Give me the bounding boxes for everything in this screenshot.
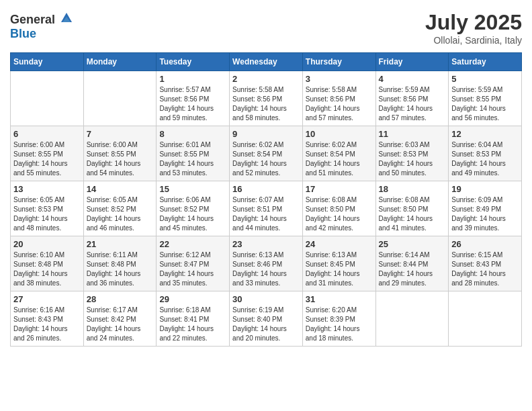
day-info: Sunrise: 6:12 AMSunset: 8:47 PMDaylight:…: [159, 250, 226, 288]
sunrise-text: Sunrise: 6:17 AM: [87, 306, 154, 315]
daylight-text: Daylight: 14 hours and 57 minutes.: [379, 104, 446, 123]
day-info: Sunrise: 6:05 AMSunset: 8:52 PMDaylight:…: [87, 195, 154, 233]
day-info: Sunrise: 5:59 AMSunset: 8:56 PMDaylight:…: [379, 85, 446, 123]
daylight-text: Daylight: 14 hours and 18 minutes.: [306, 324, 373, 343]
sunset-text: Sunset: 8:42 PM: [87, 315, 154, 324]
day-cell: 31Sunrise: 6:20 AMSunset: 8:39 PMDayligh…: [302, 291, 375, 347]
day-cell: 26Sunrise: 6:15 AMSunset: 8:43 PMDayligh…: [449, 236, 522, 291]
day-number: 3: [306, 74, 373, 84]
day-number: 27: [13, 294, 81, 304]
day-number: 4: [379, 74, 446, 84]
day-info: Sunrise: 6:16 AMSunset: 8:43 PMDaylight:…: [13, 306, 81, 343]
location: Ollolai, Sardinia, Italy: [425, 35, 522, 46]
daylight-text: Daylight: 14 hours and 55 minutes.: [13, 159, 81, 178]
daylight-text: Daylight: 14 hours and 22 minutes.: [159, 324, 226, 343]
logo-blue: Blue: [10, 27, 36, 40]
day-cell: 18Sunrise: 6:08 AMSunset: 8:50 PMDayligh…: [375, 181, 449, 236]
sunset-text: Sunset: 8:39 PM: [306, 315, 373, 324]
day-cell: [11, 71, 84, 126]
day-info: Sunrise: 5:58 AMSunset: 8:56 PMDaylight:…: [306, 85, 373, 123]
day-info: Sunrise: 5:59 AMSunset: 8:55 PMDaylight:…: [451, 85, 519, 123]
col-header-sunday: Sunday: [11, 53, 84, 71]
day-info: Sunrise: 5:58 AMSunset: 8:56 PMDaylight:…: [232, 85, 300, 123]
day-number: 25: [379, 239, 446, 249]
sunrise-text: Sunrise: 6:05 AM: [13, 195, 81, 205]
day-cell: 3Sunrise: 5:58 AMSunset: 8:56 PMDaylight…: [302, 71, 375, 126]
col-header-tuesday: Tuesday: [157, 53, 230, 71]
day-info: Sunrise: 6:10 AMSunset: 8:48 PMDaylight:…: [13, 250, 81, 288]
day-info: Sunrise: 6:08 AMSunset: 8:50 PMDaylight:…: [379, 195, 446, 233]
day-cell: 5Sunrise: 5:59 AMSunset: 8:55 PMDaylight…: [449, 71, 522, 126]
sunrise-text: Sunrise: 6:08 AM: [306, 195, 373, 205]
sunrise-text: Sunrise: 6:02 AM: [306, 140, 373, 150]
daylight-text: Daylight: 14 hours and 48 minutes.: [13, 214, 81, 233]
sunset-text: Sunset: 8:45 PM: [306, 260, 373, 269]
day-info: Sunrise: 6:13 AMSunset: 8:45 PMDaylight:…: [306, 250, 373, 288]
day-info: Sunrise: 6:03 AMSunset: 8:53 PMDaylight:…: [379, 140, 446, 178]
day-cell: 19Sunrise: 6:09 AMSunset: 8:49 PMDayligh…: [449, 181, 522, 236]
sunset-text: Sunset: 8:52 PM: [159, 205, 226, 214]
day-number: 16: [232, 184, 300, 194]
day-info: Sunrise: 6:05 AMSunset: 8:53 PMDaylight:…: [13, 195, 81, 233]
logo: General Blue: [10, 10, 73, 41]
day-cell: 14Sunrise: 6:05 AMSunset: 8:52 PMDayligh…: [83, 181, 157, 236]
sunrise-text: Sunrise: 6:08 AM: [379, 195, 446, 205]
day-cell: 1Sunrise: 5:57 AMSunset: 8:56 PMDaylight…: [157, 71, 230, 126]
col-header-monday: Monday: [83, 53, 157, 71]
col-header-saturday: Saturday: [449, 53, 522, 71]
page-header: General Blue July 2025 Ollolai, Sardinia…: [10, 10, 522, 46]
day-info: Sunrise: 6:20 AMSunset: 8:39 PMDaylight:…: [306, 306, 373, 343]
sunrise-text: Sunrise: 6:20 AM: [306, 306, 373, 315]
daylight-text: Daylight: 14 hours and 59 minutes.: [159, 104, 226, 123]
sunrise-text: Sunrise: 6:05 AM: [87, 195, 154, 205]
week-row-3: 13Sunrise: 6:05 AMSunset: 8:53 PMDayligh…: [11, 181, 522, 236]
sunset-text: Sunset: 8:51 PM: [232, 205, 300, 214]
daylight-text: Daylight: 14 hours and 52 minutes.: [232, 159, 300, 178]
day-number: 14: [87, 184, 154, 194]
sunset-text: Sunset: 8:43 PM: [451, 260, 519, 269]
sunset-text: Sunset: 8:43 PM: [13, 315, 81, 324]
day-number: 12: [451, 129, 519, 139]
day-cell: 20Sunrise: 6:10 AMSunset: 8:48 PMDayligh…: [11, 236, 84, 291]
day-cell: 21Sunrise: 6:11 AMSunset: 8:48 PMDayligh…: [83, 236, 157, 291]
month-title: July 2025: [425, 10, 522, 35]
sunrise-text: Sunrise: 6:00 AM: [13, 140, 81, 150]
daylight-text: Daylight: 14 hours and 56 minutes.: [451, 104, 519, 123]
day-info: Sunrise: 6:14 AMSunset: 8:44 PMDaylight:…: [379, 250, 446, 288]
daylight-text: Daylight: 14 hours and 36 minutes.: [87, 269, 154, 288]
sunset-text: Sunset: 8:53 PM: [13, 205, 81, 214]
day-number: 15: [159, 184, 226, 194]
day-number: 23: [232, 239, 300, 249]
day-cell: 17Sunrise: 6:08 AMSunset: 8:50 PMDayligh…: [302, 181, 375, 236]
daylight-text: Daylight: 14 hours and 29 minutes.: [379, 269, 446, 288]
sunrise-text: Sunrise: 6:10 AM: [13, 250, 81, 260]
col-header-wednesday: Wednesday: [230, 53, 303, 71]
day-number: 7: [87, 129, 154, 139]
sunset-text: Sunset: 8:46 PM: [232, 260, 300, 269]
day-info: Sunrise: 6:00 AMSunset: 8:55 PMDaylight:…: [13, 140, 81, 178]
day-number: 31: [306, 294, 373, 304]
day-info: Sunrise: 6:13 AMSunset: 8:46 PMDaylight:…: [232, 250, 300, 288]
calendar-header-row: SundayMondayTuesdayWednesdayThursdayFrid…: [11, 53, 522, 71]
day-number: 8: [159, 129, 226, 139]
sunrise-text: Sunrise: 6:01 AM: [159, 140, 226, 150]
day-info: Sunrise: 6:00 AMSunset: 8:55 PMDaylight:…: [87, 140, 154, 178]
day-number: 24: [306, 239, 373, 249]
day-cell: 25Sunrise: 6:14 AMSunset: 8:44 PMDayligh…: [375, 236, 449, 291]
sunrise-text: Sunrise: 6:04 AM: [451, 140, 519, 150]
sunrise-text: Sunrise: 6:03 AM: [379, 140, 446, 150]
day-info: Sunrise: 6:02 AMSunset: 8:54 PMDaylight:…: [232, 140, 300, 178]
sunset-text: Sunset: 8:41 PM: [159, 315, 226, 324]
sunrise-text: Sunrise: 6:12 AM: [159, 250, 226, 260]
day-number: 30: [232, 294, 300, 304]
daylight-text: Daylight: 14 hours and 51 minutes.: [306, 159, 373, 178]
daylight-text: Daylight: 14 hours and 50 minutes.: [379, 159, 446, 178]
sunset-text: Sunset: 8:53 PM: [379, 150, 446, 159]
day-number: 11: [379, 129, 446, 139]
week-row-2: 6Sunrise: 6:00 AMSunset: 8:55 PMDaylight…: [11, 126, 522, 181]
day-cell: 6Sunrise: 6:00 AMSunset: 8:55 PMDaylight…: [11, 126, 84, 181]
day-cell: [375, 291, 449, 347]
title-area: July 2025 Ollolai, Sardinia, Italy: [425, 10, 522, 46]
sunset-text: Sunset: 8:56 PM: [379, 95, 446, 104]
day-number: 28: [87, 294, 154, 304]
